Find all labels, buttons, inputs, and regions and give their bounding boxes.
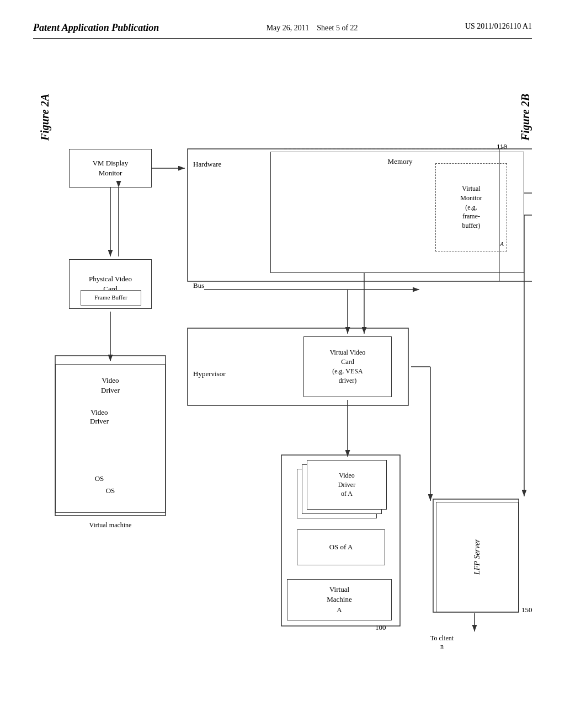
vm-display-box: VM DisplayMonitor xyxy=(69,149,152,188)
bus-label: Bus xyxy=(193,281,204,290)
video-driver-left-label: VideoDriver xyxy=(77,408,121,426)
header: Patent Application Publication May 26, 2… xyxy=(33,22,532,39)
to-client-box: To clientn xyxy=(430,634,454,651)
diagram-area: Figure 2A Figure 2B VM DisplayMonitor Ph… xyxy=(33,50,532,700)
virtual-machine-outer-box: VideoDriver OS xyxy=(55,364,166,513)
label-110: 110 xyxy=(497,142,507,151)
sheet-info: Sheet 5 of 22 xyxy=(317,24,358,32)
label-150: 150 xyxy=(521,606,532,614)
figure-2a-label: Figure 2A xyxy=(39,94,51,141)
pub-date: May 26, 2011 xyxy=(266,24,310,32)
frame-buffer-box: Frame Buffer xyxy=(81,290,141,306)
header-center: May 26, 2011 Sheet 5 of 22 xyxy=(266,22,358,34)
os-of-a-box: OS of A xyxy=(297,529,385,565)
hypervisor-label: Hypervisor xyxy=(193,370,226,378)
figure-2b-label: Figure 2B xyxy=(519,94,532,141)
label-100: 100 xyxy=(375,623,386,632)
page: Patent Application Publication May 26, 2… xyxy=(0,0,565,728)
virtual-machine-label: Virtual machine xyxy=(55,521,166,529)
memory-box: Memory VirtualMonitor(e.g.frame-buffer) … xyxy=(270,152,524,273)
lfp-server-box: LFP Server xyxy=(436,502,519,612)
os-left-label: OS xyxy=(83,474,116,483)
phys-video-card-box: Physical VideoCard Frame Buffer xyxy=(69,259,152,309)
video-driver-a-box1: VideoDriverof A xyxy=(307,460,387,510)
pub-number: US 2011/0126110 A1 xyxy=(465,22,532,31)
virtual-monitor-box: VirtualMonitor(e.g.frame-buffer) A xyxy=(435,163,507,251)
virt-video-card-box: Virtual VideoCard(e.g. VESAdriver) xyxy=(303,336,392,397)
virtual-machine-a-box: VirtualMachineA xyxy=(287,579,392,620)
hardware-label: Hardware xyxy=(193,160,221,169)
publication-title: Patent Application Publication xyxy=(33,22,159,34)
